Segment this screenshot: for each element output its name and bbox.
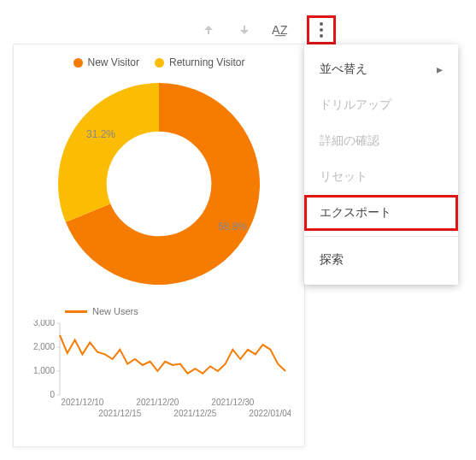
legend-returning-visitor: Returning Visitor — [155, 56, 245, 68]
svg-point-3 — [320, 28, 323, 32]
menu-details: 詳細の確認 — [304, 123, 458, 159]
svg-text:2021/12/10: 2021/12/10 — [61, 398, 103, 407]
svg-text:2022/01/04: 2022/01/04 — [249, 409, 291, 418]
menu-explore-label: 探索 — [320, 252, 344, 268]
svg-text:3,000: 3,000 — [33, 320, 55, 327]
more-vert-icon[interactable] — [313, 21, 330, 38]
menu-reset: リセット — [304, 159, 458, 195]
menu-details-label: 詳細の確認 — [320, 133, 379, 149]
line-legend: New Users — [65, 306, 292, 316]
menu-drill-up-label: ドリルアップ — [320, 97, 391, 113]
svg-text:2021/12/25: 2021/12/25 — [173, 409, 216, 418]
line-legend-label: New Users — [92, 306, 138, 316]
svg-text:1,000: 1,000 — [33, 366, 55, 375]
svg-point-2 — [320, 22, 323, 26]
svg-rect-1 — [244, 26, 245, 31]
svg-rect-0 — [208, 29, 209, 34]
donut-label-returning: 31.2% — [86, 128, 115, 140]
menu-export[interactable]: エクスポート — [304, 195, 458, 231]
chart-card: New Visitor Returning Visitor 31.2% 68.8… — [14, 44, 304, 446]
legend-new-visitor: New Visitor — [73, 56, 139, 68]
menu-export-label: エクスポート — [320, 205, 391, 221]
svg-text:2021/12/30: 2021/12/30 — [211, 398, 254, 407]
sort-az-button[interactable]: A͟Z — [272, 23, 288, 37]
legend-returning-visitor-label: Returning Visitor — [169, 56, 245, 68]
donut-legend: New Visitor Returning Visitor — [26, 56, 292, 68]
chevron-right-icon: ▸ — [437, 62, 443, 76]
line-legend-stroke — [65, 310, 87, 313]
swatch-returning-visitor — [155, 58, 164, 68]
menu-sort[interactable]: 並べ替え ▸ — [304, 51, 458, 87]
legend-new-visitor-label: New Visitor — [88, 56, 139, 68]
line-chart[interactable]: 01,0002,0003,0002021/12/102021/12/202021… — [26, 320, 291, 422]
svg-text:2021/12/20: 2021/12/20 — [136, 398, 179, 407]
donut-label-new: 68.8% — [218, 221, 247, 233]
menu-drill-up: ドリルアップ — [304, 87, 458, 123]
svg-text:2021/12/15: 2021/12/15 — [98, 409, 141, 418]
svg-point-4 — [320, 34, 323, 38]
more-options-highlight — [307, 15, 336, 44]
donut-chart[interactable]: 31.2% 68.8% — [52, 77, 266, 291]
menu-sort-label: 並べ替え — [320, 62, 367, 77]
arrow-up-icon[interactable] — [200, 21, 217, 38]
swatch-new-visitor — [73, 58, 83, 68]
menu-separator — [304, 236, 458, 237]
svg-text:2,000: 2,000 — [33, 342, 55, 351]
menu-explore[interactable]: 探索 — [304, 242, 458, 278]
menu-reset-label: リセット — [320, 169, 367, 185]
arrow-down-icon[interactable] — [236, 21, 253, 38]
svg-text:0: 0 — [50, 390, 55, 399]
options-menu: 並べ替え ▸ ドリルアップ 詳細の確認 リセット エクスポート 探索 — [304, 44, 458, 285]
chart-toolbar: A͟Z — [200, 15, 336, 44]
